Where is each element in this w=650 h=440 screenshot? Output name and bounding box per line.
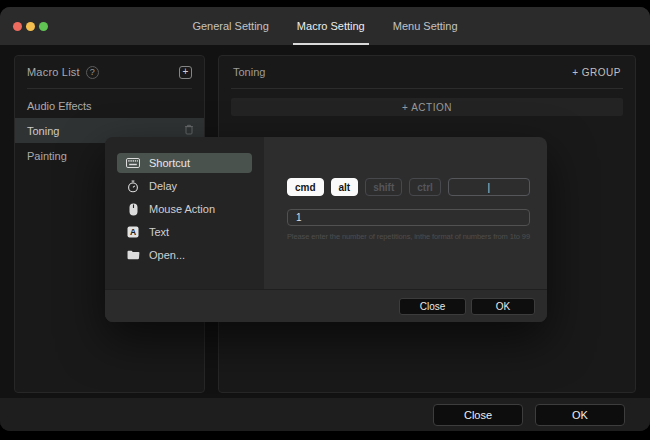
alt-key-toggle[interactable]: alt <box>331 178 359 196</box>
menu-item-open[interactable]: Open... <box>117 245 252 265</box>
timer-icon <box>126 180 140 193</box>
shortcut-editor: cmd alt shift ctrl | 1 Please enter the … <box>264 137 547 289</box>
window-ok-button[interactable]: OK <box>535 404 625 426</box>
menu-item-label: Mouse Action <box>149 203 215 215</box>
menu-item-text[interactable]: A Text <box>117 222 252 242</box>
add-macro-button[interactable]: + <box>179 66 192 79</box>
delete-macro-icon[interactable] <box>184 124 194 137</box>
tab-general-setting[interactable]: General Setting <box>188 7 272 45</box>
text-cursor: | <box>488 182 491 193</box>
menu-item-label: Open... <box>149 249 185 261</box>
menu-item-label: Text <box>149 226 169 238</box>
macro-item-label: Painting <box>27 150 67 162</box>
mouse-icon <box>126 203 140 216</box>
repeat-count-input[interactable]: 1 <box>287 209 530 226</box>
macro-list-title: Macro List <box>27 66 80 78</box>
shortcut-key-input[interactable]: | <box>448 178 530 196</box>
menu-item-shortcut[interactable]: Shortcut <box>117 153 252 173</box>
svg-text:A: A <box>130 227 136 237</box>
keyboard-icon <box>126 158 140 168</box>
settings-tabs: General Setting Macro Setting Menu Setti… <box>0 7 650 45</box>
macro-list-header: Macro List ? + <box>15 56 204 88</box>
add-group-button[interactable]: + GROUP <box>572 67 621 78</box>
menu-item-label: Shortcut <box>149 157 190 169</box>
dialog-footer: Close OK <box>105 289 547 322</box>
window-footer: Close OK <box>0 398 650 431</box>
window-close-button[interactable]: Close <box>433 404 523 426</box>
add-action-button[interactable]: + ACTION <box>231 98 623 116</box>
action-editor-body: Shortcut Delay <box>105 137 547 289</box>
macro-item-label: Audio Effects <box>27 100 92 112</box>
macro-item-label: Toning <box>27 125 59 137</box>
dialog-close-button[interactable]: Close <box>399 298 466 315</box>
tab-macro-setting[interactable]: Macro Setting <box>293 7 369 45</box>
group-divider <box>231 88 623 89</box>
dialog-ok-button[interactable]: OK <box>471 298 535 315</box>
action-editor-dialog: Shortcut Delay <box>105 137 547 322</box>
shift-key-toggle[interactable]: shift <box>365 178 402 196</box>
action-type-menu: Shortcut Delay <box>105 137 264 289</box>
folder-icon <box>126 250 140 260</box>
menu-item-label: Delay <box>149 180 177 192</box>
help-icon[interactable]: ? <box>86 66 99 79</box>
macro-item-audio-effects[interactable]: Audio Effects <box>15 93 204 118</box>
cmd-key-toggle[interactable]: cmd <box>287 178 324 196</box>
group-panel-header: Toning + GROUP <box>219 56 635 88</box>
titlebar: General Setting Macro Setting Menu Setti… <box>0 7 650 45</box>
menu-item-mouse-action[interactable]: Mouse Action <box>117 199 252 219</box>
repeat-helper-text: Please enter the number of repetitions, … <box>287 232 530 241</box>
ctrl-key-toggle[interactable]: ctrl <box>409 178 441 196</box>
tab-menu-setting[interactable]: Menu Setting <box>389 7 462 45</box>
modifier-key-row: cmd alt shift ctrl | <box>287 178 530 196</box>
menu-item-delay[interactable]: Delay <box>117 176 252 196</box>
group-title: Toning <box>233 66 265 78</box>
text-icon: A <box>126 226 140 238</box>
